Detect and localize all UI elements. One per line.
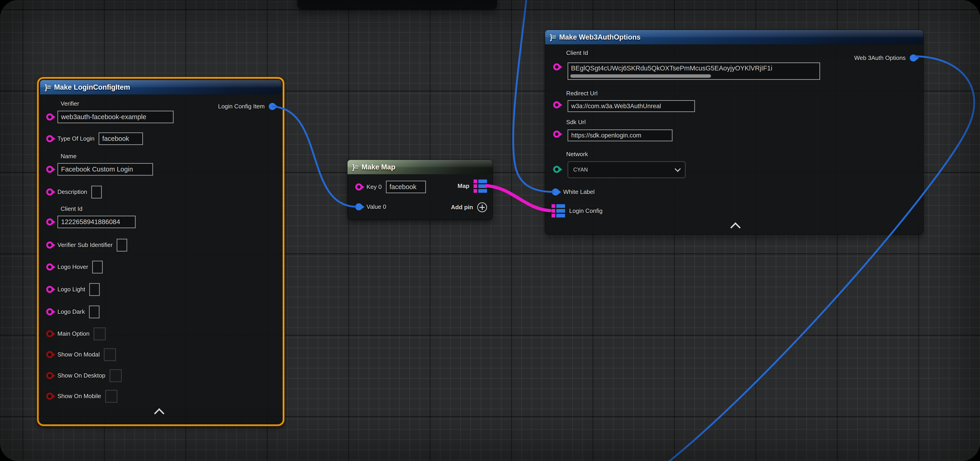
name-label: Name — [60, 153, 76, 160]
show-on-modal-label: Show On Modal — [57, 351, 100, 358]
web3auth-options-output-label: Web 3Auth Options — [854, 54, 906, 62]
description-label: Description — [57, 188, 87, 196]
node-header[interactable]: Make Web3AuthOptions — [545, 30, 923, 45]
verifier-pin[interactable] — [46, 113, 53, 121]
show-on-desktop-pin[interactable] — [46, 372, 53, 379]
description-pin[interactable] — [46, 188, 53, 196]
wire-login-config-item-to-value0[interactable] — [273, 107, 356, 207]
verifier-label: Verifier — [60, 100, 79, 107]
login-config-label: Login Config — [569, 207, 603, 215]
value0-label: Value 0 — [366, 203, 386, 210]
show-on-desktop-checkbox[interactable] — [110, 369, 122, 382]
sdk-url-pin[interactable] — [553, 130, 560, 138]
verifier-sub-identifier-input[interactable] — [117, 239, 127, 251]
sdk-url-input[interactable] — [568, 129, 673, 141]
key0-input[interactable] — [386, 181, 426, 193]
logo-light-label: Logo Light — [57, 286, 85, 293]
redirect-url-label: Redirect Url — [566, 90, 598, 97]
client-id-pin[interactable] — [553, 64, 560, 70]
node-title: Make LoginConfigItem — [54, 83, 130, 91]
map-output-label: Map — [458, 183, 469, 189]
logo-light-pin[interactable] — [46, 286, 53, 293]
main-option-label: Main Option — [57, 330, 89, 337]
verifier-input[interactable] — [57, 111, 173, 123]
network-dropdown[interactable]: CYAN — [568, 161, 686, 178]
chevron-down-icon — [675, 166, 681, 172]
make-map-icon — [352, 163, 358, 171]
redirect-url-input[interactable] — [568, 100, 695, 112]
node-make-login-config-item[interactable]: Make LoginConfigItem Verifier Login Conf… — [40, 80, 282, 423]
verifier-sub-identifier-label: Verifier Sub Identifier — [57, 242, 113, 248]
name-pin[interactable] — [46, 166, 53, 173]
logo-dark-label: Logo Dark — [57, 308, 85, 315]
show-on-mobile-pin[interactable] — [46, 393, 53, 400]
main-option-checkbox[interactable] — [94, 327, 106, 340]
client-id-hscrollbar[interactable] — [570, 74, 711, 78]
redirect-url-pin[interactable] — [553, 101, 560, 108]
add-pin-label: Add pin — [451, 204, 473, 211]
client-id-label: Client Id — [60, 205, 82, 213]
white-label-label: White Label — [563, 188, 595, 196]
node-header[interactable]: Make LoginConfigItem — [40, 80, 282, 94]
key0-pin[interactable] — [355, 183, 362, 191]
network-pin[interactable] — [553, 166, 560, 173]
key0-label: Key 0 — [366, 183, 382, 191]
show-on-modal-pin[interactable] — [46, 351, 53, 358]
add-pin-button[interactable] — [477, 202, 487, 212]
sdk-url-label: Sdk Url — [566, 119, 585, 126]
logo-hover-pin[interactable] — [46, 264, 53, 270]
show-on-desktop-label: Show On Desktop — [57, 372, 105, 379]
show-on-modal-checkbox[interactable] — [104, 348, 116, 361]
network-selected-value: CYAN — [573, 167, 588, 173]
type-of-login-label: Type Of Login — [57, 135, 94, 142]
show-on-mobile-label: Show On Mobile — [57, 393, 101, 400]
type-of-login-input[interactable] — [99, 132, 143, 145]
blueprint-graph-canvas[interactable]: Make LoginConfigItem Verifier Login Conf… — [0, 0, 980, 461]
logo-dark-input[interactable] — [89, 305, 100, 318]
login-config-pin[interactable] — [552, 204, 565, 218]
logo-dark-pin[interactable] — [46, 308, 53, 315]
node-title: Make Web3AuthOptions — [559, 33, 641, 41]
description-input[interactable] — [91, 186, 102, 199]
type-of-login-pin[interactable] — [46, 135, 53, 142]
make-struct-icon — [45, 83, 50, 91]
login-config-item-output-label: Login Config Item — [218, 103, 265, 110]
logo-hover-input[interactable] — [92, 261, 103, 273]
collapse-node-chevron-icon[interactable] — [154, 408, 164, 418]
node-title: Make Map — [361, 163, 395, 171]
client-id-text: BEglQSgt4cUWcj6SKRdu5QkOXTsePmMcusG5EAoy… — [571, 65, 817, 72]
logo-light-input[interactable] — [89, 283, 100, 296]
logo-hover-label: Logo Hover — [57, 264, 88, 270]
network-label: Network — [566, 151, 588, 158]
main-option-pin[interactable] — [46, 330, 53, 337]
make-struct-icon — [550, 33, 555, 41]
show-on-mobile-checkbox[interactable] — [105, 390, 117, 403]
wire-map-to-login-config[interactable] — [486, 186, 550, 211]
client-id-label: Client Id — [566, 49, 588, 56]
verifier-sub-identifier-pin[interactable] — [46, 242, 53, 248]
node-partial-top[interactable] — [298, 0, 496, 9]
client-id-pin[interactable] — [46, 218, 53, 226]
client-id-input[interactable]: BEglQSgt4cUWcj6SKRdu5QkOXTsePmMcusG5EAoy… — [568, 62, 820, 80]
collapse-node-chevron-icon[interactable] — [730, 222, 740, 232]
node-header[interactable]: Make Map — [347, 160, 493, 174]
client-id-input[interactable] — [57, 216, 136, 228]
node-make-map[interactable]: Make Map Key 0 Map Value 0 Add pin — [347, 160, 493, 220]
name-input[interactable] — [57, 163, 153, 176]
node-make-web3auth-options[interactable]: Make Web3AuthOptions Web 3Auth Options C… — [545, 30, 923, 234]
